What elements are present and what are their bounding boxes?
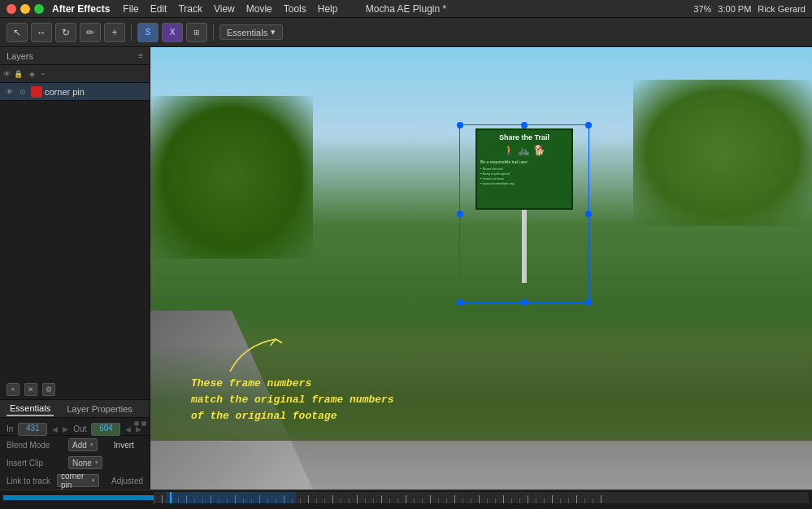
menu-edit[interactable]: Edit [150,3,167,15]
tool-pen[interactable]: ✏ [80,23,101,42]
sign-container: Share the Trail 🚶 🚲 🐕 Be a responsible t… [467,128,581,283]
insert-clip-row: Insert Clip None ▾ [0,454,150,472]
in-nav-right[interactable]: ▶ [63,425,68,433]
timeline-playhead[interactable] [170,492,172,503]
tool-rotate[interactable]: ↻ [55,23,76,42]
tab-essentials[interactable]: Essentials [7,402,54,416]
panel-close[interactable] [134,421,139,426]
link-to-track-arrow: ▾ [92,477,95,484]
layer-color-swatch [31,86,42,98]
out-value[interactable]: 604 [91,423,120,436]
layers-expand[interactable]: ≡ [138,51,143,60]
menu-movie[interactable]: Movie [246,3,272,15]
insert-clip-arrow: ▾ [95,459,98,466]
layer-visibility-btn[interactable]: 👁 [3,86,15,98]
corner-point-rm[interactable] [585,211,592,217]
out-nav-left[interactable]: ◀ [125,425,131,433]
corner-point-lm[interactable] [457,211,463,217]
trees-right [633,80,812,226]
layer-visibility-row: 👁 🔒 ◈ ~ [0,65,150,83]
corner-point-br[interactable] [585,299,592,306]
out-nav-right[interactable]: ▶ [136,425,141,433]
battery-status: 37% [693,4,711,14]
sign-icons: 🚶 🚲 🐕 [477,143,571,158]
in-nav-left[interactable]: ◀ [52,425,58,433]
menu-view[interactable]: View [214,3,235,15]
layers-controls: ≡ [138,51,143,60]
link-to-track-value: corner pin [61,472,89,489]
toolbar-separator-2 [213,24,214,41]
link-to-track-row: Link to track corner pin ▾ Adjusted [0,472,150,489]
minimize-button[interactable] [20,4,30,14]
tool-add-point[interactable]: + [104,23,125,42]
scene-background: Share the Trail 🚶 🚲 🐕 Be a responsible t… [150,47,812,489]
panel-minimize[interactable] [141,421,146,426]
tool-mocha-x[interactable]: X [162,23,183,42]
user-name: Rick Gerard [758,4,805,14]
solo-icon: ◈ [26,70,37,78]
layer-lock-btn[interactable]: ⊙ [17,86,28,98]
in-out-row: In 431 ◀ ▶ Out 604 ◀ ▶ [0,418,150,436]
tool-grid[interactable]: ⊞ [186,23,207,42]
delete-layer-btn[interactable]: ✕ [24,383,37,396]
menu-right-status: 37% 3:00 PM Rick Gerard [693,4,805,14]
blend-mode-arrow: ▾ [90,442,93,448]
left-bottom-icons: + ✕ ⚙ [0,380,150,400]
layers-title: Layers [7,51,33,61]
tool-select[interactable]: ↔ [31,23,52,42]
timeline-range [166,492,296,503]
link-to-track-label: Link to track [7,476,52,485]
insert-clip-select[interactable]: None ▾ [68,456,102,469]
layer-name: corner pin [45,87,146,97]
blend-mode-select[interactable]: Add ▾ [68,438,98,451]
essentials-dropdown[interactable]: Essentials ▾ [219,24,283,40]
layer-row[interactable]: 👁 ⊙ corner pin [0,83,150,101]
lock-icon: 🔒 [14,70,23,78]
sign-body: Be a responsible trail user [477,158,571,167]
menu-help[interactable]: Help [318,3,338,15]
app-name: After Effects [52,3,110,15]
tool-mocha-s[interactable]: S [137,23,158,42]
in-label: In [7,424,13,433]
panel-tabs: Essentials Layer Properties [0,400,150,418]
corner-point-bl[interactable] [457,299,463,306]
layers-empty-space [0,101,150,380]
left-panel: Layers ≡ 👁 🔒 ◈ ~ 👁 ⊙ corner pin + ✕ ⚙ [0,47,150,489]
timeline-ruler[interactable] [154,492,809,503]
trees-left [150,96,313,259]
blend-mode-value: Add [72,441,87,450]
sign-board: Share the Trail 🚶 🚲 🐕 Be a responsible t… [475,128,573,210]
menu-track[interactable]: Track [178,3,202,15]
essentials-label: Essentials [227,28,267,37]
corner-point-bm[interactable] [521,299,528,306]
blend-mode-row: Blend Mode Add ▾ Invert [0,436,150,454]
corner-point-tm[interactable] [521,122,528,128]
ground-vegetation [150,343,812,441]
maximize-button[interactable] [34,4,44,14]
main-layout: Layers ≡ 👁 🔒 ◈ ~ 👁 ⊙ corner pin + ✕ ⚙ [0,47,812,489]
panel-resize-controls [134,421,146,426]
timeline-bar: 431 ⏮ ◀ ■ ▶ ⏭ Key ◀ ◆ ▶ ALL A U [0,489,812,509]
clock: 3:00 PM [718,4,751,14]
in-value[interactable]: 431 [18,423,47,436]
tool-arrow[interactable]: ↖ [7,23,28,42]
window-title: Mocha AE Plugin * [366,3,446,15]
toolbar: ↖ ↔ ↻ ✏ + S X ⊞ Essentials ▾ [0,18,812,47]
link-to-track-select[interactable]: corner pin ▾ [57,474,99,487]
insert-clip-value: None [72,459,92,468]
menu-bar: After Effects File Edit Track View Movie… [0,0,812,18]
sign-rules: • Share the trail • Keep a safe speed • … [477,167,571,186]
insert-clip-label: Insert Clip [7,459,63,468]
tab-layer-properties[interactable]: Layer Properties [63,402,136,415]
adjust-layer-btn[interactable]: ⚙ [42,383,55,396]
sign-title: Share the Trail [477,130,571,143]
corner-point-tr[interactable] [585,122,592,128]
menu-file[interactable]: File [123,3,138,15]
eye-icon: 👁 [3,70,11,78]
shy-icon: ~ [41,70,45,78]
close-button[interactable] [7,4,16,14]
blend-mode-label: Blend Mode [7,441,63,450]
corner-point-tl[interactable] [457,122,463,128]
new-layer-btn[interactable]: + [7,383,20,396]
menu-tools[interactable]: Tools [284,3,306,15]
